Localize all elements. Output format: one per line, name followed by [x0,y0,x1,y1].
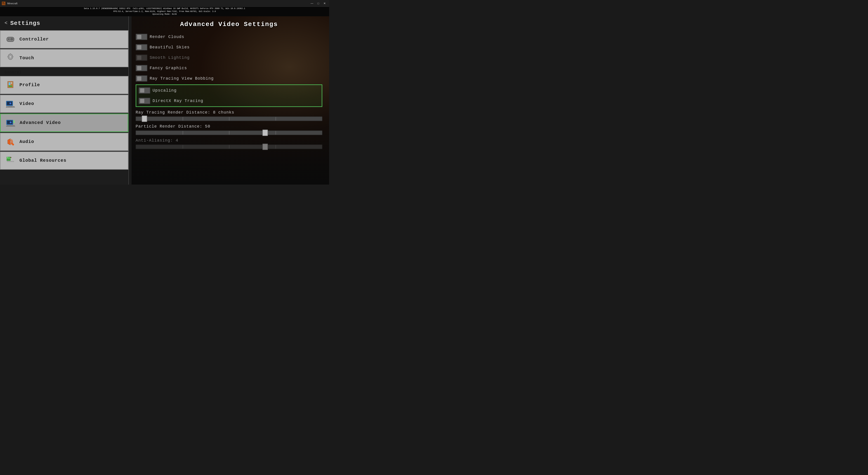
sidebar-item-controller[interactable]: Controller [0,30,128,49]
profile-icon [5,80,16,90]
sidebar-item-global-resources-label: Global Resources [20,158,66,163]
video-icon [5,98,16,109]
toggle-fancy-graphics: Fancy Graphics [135,64,322,72]
debug-line3: Upscaling Mode: DLSS [1,13,328,16]
svg-rect-20 [7,107,8,107]
slider-tick-2 [229,117,229,121]
smooth-lighting-knob [137,55,142,60]
sidebar-item-audio[interactable]: Audio [0,133,128,151]
sidebar-item-touch-label: Touch [20,55,34,61]
directx-ray-tracing-knob [140,99,145,103]
sidebar-item-profile[interactable]: Profile [0,76,128,94]
svg-rect-13 [8,82,10,85]
fancy-graphics-toggle[interactable] [135,65,147,71]
slider-tick-9 [276,145,276,149]
svg-marker-31 [8,139,10,145]
svg-rect-2 [8,38,9,40]
highlighted-group: Upscaling DirectX Ray Tracing [135,84,322,107]
anti-aliasing-label: Anti-Aliasing: 4 [135,138,322,143]
main-container: < Settings Controller [0,16,329,184]
svg-rect-21 [13,107,13,107]
slider-tick-5 [229,131,229,135]
ray-tracing-render-distance-thumb[interactable] [142,116,147,122]
slider-tick-6 [276,131,276,135]
toggle-directx-ray-tracing: DirectX Ray Tracing [138,96,319,106]
page-title: Settings [10,20,40,27]
upscaling-knob [140,88,145,93]
svg-rect-38 [7,161,14,162]
render-clouds-label: Render Clouds [150,35,184,39]
slider-tick-8 [229,145,229,149]
app-icon: ⛏ [2,2,5,5]
toggle-upscaling: Upscaling [138,86,319,95]
debug-line1: beta 1.15.0.7 (RENDERDRAGON) D3D12 RTX C… [1,7,328,10]
upscaling-label: Upscaling [153,88,177,93]
sidebar-item-advanced-video-label: Advanced Video [20,120,61,125]
particle-render-distance-track[interactable] [135,130,322,135]
app-title: Minecraft [7,2,18,5]
svg-point-5 [11,39,12,40]
title-bar-left: ⛏ Minecraft [2,2,18,5]
ray-tracing-render-distance-label: Ray Tracing Render Distance: 8 chunks [135,110,322,115]
sidebar-item-video[interactable]: Video [0,95,128,113]
sidebar-item-global-resources[interactable]: Global Resources [0,152,128,170]
anti-aliasing-thumb[interactable] [262,144,268,150]
minimize-button[interactable]: — [309,1,315,6]
directx-ray-tracing-toggle[interactable] [138,98,150,104]
svg-rect-37 [10,157,11,158]
close-button[interactable]: ✕ [322,1,327,6]
beautiful-skies-knob [137,45,142,50]
upscaling-toggle[interactable] [138,87,150,94]
debug-line2: FPS:53.4, ServerTime:1.2, Mem:6129, High… [1,10,328,13]
right-panel: Advanced Video Settings Render Clouds Be… [129,16,329,184]
svg-point-22 [9,102,11,104]
title-bar: ⛏ Minecraft — □ ✕ [0,0,329,7]
slider-tick-7 [183,145,183,149]
ray-tracing-render-distance-section: Ray Tracing Render Distance: 8 chunks [135,110,322,121]
sidebar-item-advanced-video[interactable]: Advanced Video [0,114,128,132]
page-header: < Settings [0,16,128,30]
directx-ray-tracing-label: DirectX Ray Tracing [153,99,203,103]
panel-title: Advanced Video Settings [135,21,322,28]
svg-rect-15 [11,82,12,84]
slider-tick-1 [183,117,183,121]
ray-tracing-view-bobbing-knob [137,76,142,81]
anti-aliasing-track[interactable] [135,145,322,149]
debug-bar: beta 1.15.0.7 (RENDERDRAGON) D3D12 RTX C… [0,7,329,16]
render-clouds-toggle[interactable] [135,34,147,40]
smooth-lighting-label: Smooth Lighting [150,55,190,60]
anti-aliasing-section: Anti-Aliasing: 4 [135,138,322,149]
particle-render-distance-label: Particle Render Distance: 50 [135,124,322,129]
svg-rect-19 [6,107,15,108]
section-header-general: General [0,68,128,76]
svg-rect-25 [6,125,15,126]
maximize-button[interactable]: □ [315,1,321,6]
controller-icon [5,34,16,45]
svg-point-4 [12,39,13,39]
ray-tracing-view-bobbing-toggle[interactable] [135,75,147,82]
fancy-graphics-label: Fancy Graphics [150,66,187,70]
svg-rect-26 [6,126,15,126]
svg-point-6 [10,39,11,39]
toggle-beautiful-skies: Beautiful Skies [135,43,322,52]
svg-rect-29 [13,121,15,122]
fancy-graphics-knob [137,66,142,70]
particle-render-distance-thumb[interactable] [262,129,268,136]
svg-rect-36 [7,157,8,158]
beautiful-skies-toggle[interactable] [135,44,147,51]
touch-icon [5,53,16,64]
ray-tracing-view-bobbing-label: Ray Tracing View Bobbing [150,76,214,81]
toggle-render-clouds: Render Clouds [135,32,322,41]
back-button[interactable]: < [4,21,7,26]
svg-point-33 [12,144,14,145]
title-bar-controls: — □ ✕ [309,1,327,6]
ray-tracing-render-distance-track[interactable] [135,117,322,121]
svg-rect-14 [8,86,12,87]
sidebar: < Settings Controller [0,16,129,184]
svg-point-8 [9,55,12,58]
audio-icon [5,137,16,147]
svg-rect-30 [13,122,15,123]
sidebar-item-touch[interactable]: Touch [0,49,128,67]
smooth-lighting-toggle[interactable] [135,55,147,61]
sidebar-item-controller-label: Controller [20,37,49,42]
